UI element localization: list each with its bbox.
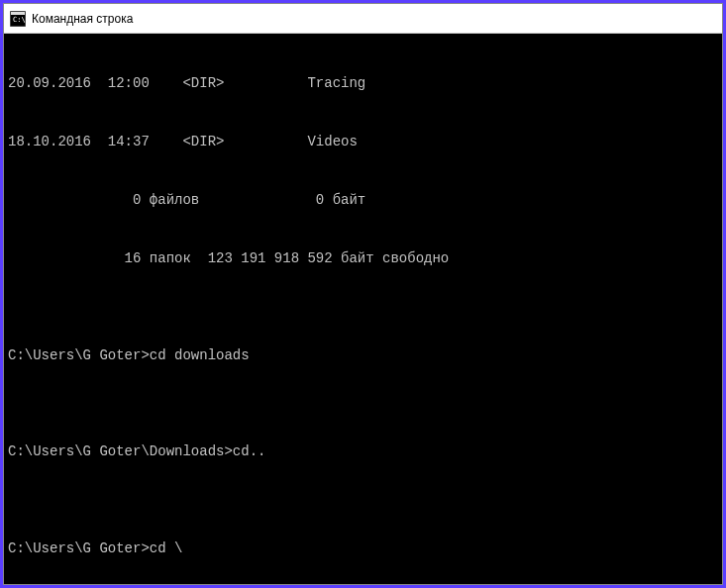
svg-text:C:\: C:\ bbox=[13, 16, 26, 24]
terminal-output[interactable]: 20.09.2016 12:00 <DIR> Tracing 18.10.201… bbox=[4, 34, 722, 584]
dir-entry: 20.09.2016 12:00 <DIR> Tracing bbox=[8, 74, 718, 94]
command-prompt-window: C:\ Командная строка 20.09.2016 12:00 <D… bbox=[3, 3, 723, 585]
dir-entry: 18.10.2016 14:37 <DIR> Videos bbox=[8, 133, 718, 152]
dir-summary-files: 0 файлов 0 байт bbox=[8, 191, 718, 211]
dir-summary-folders: 16 папок 123 191 918 592 байт свободно bbox=[8, 249, 718, 269]
prompt-line: C:\Users\G Goter>cd \ bbox=[8, 539, 718, 559]
svg-rect-1 bbox=[11, 12, 25, 15]
titlebar[interactable]: C:\ Командная строка bbox=[4, 4, 722, 34]
window-title: Командная строка bbox=[32, 12, 133, 26]
cmd-icon: C:\ bbox=[10, 11, 26, 27]
prompt-line: C:\Users\G Goter\Downloads>cd.. bbox=[8, 442, 718, 462]
prompt-line: C:\Users\G Goter>cd downloads bbox=[8, 346, 718, 366]
